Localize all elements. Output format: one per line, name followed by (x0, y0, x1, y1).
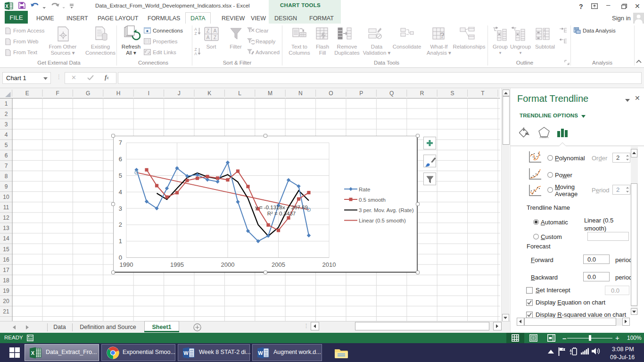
svg-text:X: X (5, 4, 8, 9)
svg-text:5: 5 (5, 142, 8, 148)
svg-text:2: 2 (5, 111, 8, 117)
svg-text:Z: Z (194, 31, 197, 36)
svg-text:7: 7 (119, 139, 122, 146)
svg-text:?: ? (440, 32, 445, 40)
svg-text:7: 7 (5, 163, 8, 169)
svg-text:Q: Q (389, 90, 394, 97)
svg-text:2005: 2005 (272, 261, 285, 268)
svg-text:11: 11 (3, 204, 9, 211)
svg-text:2010: 2010 (322, 261, 336, 268)
svg-text:y = -0.1318x + 267.69: y = -0.1318x + 267.69 (255, 205, 308, 210)
svg-text:5: 5 (119, 172, 122, 179)
svg-text:+: + (544, 34, 545, 37)
svg-text:6: 6 (5, 152, 8, 159)
svg-text:4: 4 (5, 132, 8, 138)
svg-text:Linear (0.5 smooth): Linear (0.5 smooth) (359, 218, 406, 223)
svg-text:13: 13 (3, 225, 9, 231)
svg-text:W: W (258, 350, 263, 356)
svg-text:T: T (481, 90, 485, 97)
svg-text:16: 16 (3, 256, 9, 263)
svg-text:4: 4 (119, 189, 122, 196)
svg-text:Rate: Rate (359, 187, 370, 192)
svg-text:0.5 smooth: 0.5 smooth (359, 197, 386, 203)
svg-text:3: 3 (119, 205, 122, 212)
svg-text:R² = 0.3437: R² = 0.3437 (267, 211, 296, 216)
svg-text:19: 19 (3, 288, 9, 294)
svg-text:G: G (86, 90, 90, 97)
svg-text:A: A (206, 35, 210, 40)
svg-text:K: K (207, 90, 211, 97)
svg-text:15: 15 (3, 246, 9, 253)
svg-text:I: I (148, 90, 149, 97)
svg-text:F: F (56, 90, 59, 97)
svg-text:S: S (450, 90, 454, 97)
svg-text:2: 2 (119, 221, 122, 228)
svg-text:N: N (298, 90, 303, 97)
svg-text:0: 0 (119, 254, 122, 261)
svg-text:1: 1 (5, 100, 8, 107)
svg-text:21: 21 (3, 308, 9, 315)
svg-text:12: 12 (3, 214, 9, 221)
svg-text:Z: Z (214, 35, 216, 40)
svg-text:14: 14 (3, 235, 9, 242)
svg-text:3 per. Mov. Avg. (Rate): 3 per. Mov. Avg. (Rate) (359, 207, 414, 213)
svg-text:20: 20 (3, 298, 9, 304)
svg-text:A: A (194, 51, 197, 56)
svg-text:18: 18 (3, 277, 9, 284)
svg-text:P: P (359, 90, 363, 97)
svg-text:R: R (420, 90, 424, 97)
svg-text:L: L (238, 90, 241, 97)
svg-text:X: X (31, 350, 35, 356)
svg-text:E: E (25, 90, 29, 97)
svg-text:+: + (544, 28, 545, 31)
svg-text:1995: 1995 (170, 261, 184, 268)
svg-text:J: J (178, 90, 181, 97)
svg-text:10: 10 (3, 194, 9, 200)
svg-text:1: 1 (119, 238, 122, 245)
svg-text:A: A (214, 28, 217, 33)
svg-text:1990: 1990 (120, 261, 133, 268)
svg-text:8: 8 (5, 173, 8, 180)
svg-text:Z: Z (206, 28, 209, 33)
svg-text:17: 17 (3, 267, 9, 273)
svg-text:O: O (329, 90, 333, 97)
svg-text:9: 9 (5, 183, 8, 190)
svg-text:2000: 2000 (221, 261, 235, 268)
svg-text:3: 3 (5, 121, 8, 128)
svg-text:M: M (268, 90, 272, 97)
svg-text:6: 6 (119, 156, 122, 163)
svg-text:H: H (116, 90, 121, 97)
svg-text:W: W (183, 350, 189, 356)
